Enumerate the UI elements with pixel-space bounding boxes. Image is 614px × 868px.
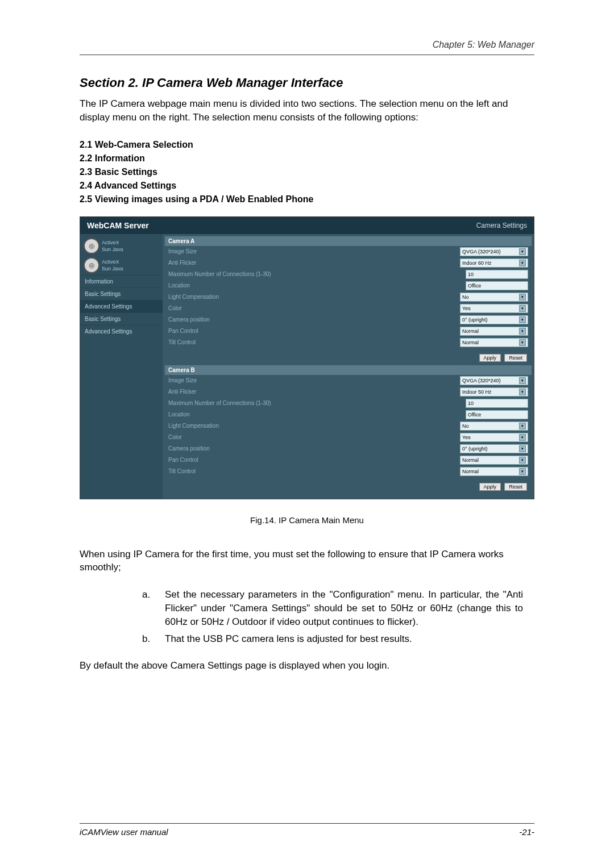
body-text: By default the above Camera Settings pag… — [80, 659, 534, 673]
webcam-screenshot: WebCAM Server Camera Settings ◎ ActiveX … — [80, 216, 534, 499]
camera-a-header: Camera A — [165, 236, 532, 246]
sidebar-link[interactable]: Advanced Settings — [80, 325, 163, 337]
form-label: Pan Control — [168, 457, 460, 463]
section-title: Section 2. IP Camera Web Manager Interfa… — [80, 76, 534, 90]
main-panel: Camera A Image SizeQVGA (320*240)▾Anti F… — [163, 234, 534, 499]
form-row: Anti FlickerIndoor 60 Hz▾ — [165, 257, 532, 269]
form-label: Camera position — [168, 316, 460, 323]
list-letter: b. — [142, 632, 165, 646]
chapter-header: Chapter 5: Web Manager — [80, 40, 534, 55]
chevron-down-icon[interactable]: ▾ — [519, 389, 526, 395]
subsection-item: 2.5 Viewing images using a PDA / Web Ena… — [80, 193, 534, 206]
form-row: Camera position0° (upright)▾ — [165, 314, 532, 326]
select-field[interactable]: QVGA (320*240)▾ — [460, 376, 528, 385]
select-field[interactable]: Indoor 60 Hz▾ — [460, 258, 528, 268]
chevron-down-icon[interactable]: ▾ — [519, 468, 526, 475]
form-label: Light Compensation — [168, 294, 460, 300]
select-field[interactable]: Normal▾ — [460, 338, 528, 347]
select-field[interactable]: No▾ — [460, 422, 528, 431]
footer-left: iCAMView user manual — [80, 827, 168, 837]
chevron-down-icon[interactable]: ▾ — [519, 260, 526, 266]
chevron-down-icon[interactable]: ▾ — [519, 328, 526, 335]
chevron-down-icon[interactable]: ▾ — [519, 457, 526, 464]
text-field[interactable]: Office — [466, 281, 528, 290]
form-row: Camera position0° (upright)▾ — [165, 443, 532, 454]
chevron-down-icon[interactable]: ▾ — [519, 377, 526, 384]
activex-link[interactable]: ActiveX — [102, 240, 123, 245]
text-field[interactable]: 10 — [466, 399, 528, 408]
form-label: Anti Flicker — [168, 389, 460, 395]
chevron-down-icon[interactable]: ▾ — [519, 305, 526, 312]
form-row: Maximum Number of Connections (1-30)10 — [165, 269, 532, 280]
form-label: Image Size — [168, 248, 460, 254]
java-link[interactable]: Sun Java — [102, 266, 123, 272]
sidebar: ◎ ActiveX Sun Java ◎ ActiveX Sun Java In… — [80, 234, 163, 499]
chevron-down-icon[interactable]: ▾ — [519, 248, 526, 255]
subsection-list: 2.1 Web-Camera Selection 2.2 Information… — [80, 138, 534, 206]
list-item: a. Set the necessary parameters in the "… — [142, 588, 523, 628]
text-field[interactable]: 10 — [466, 270, 528, 279]
form-label: Light Compensation — [168, 423, 460, 429]
select-field[interactable]: No▾ — [460, 293, 528, 302]
form-row: Light CompensationNo▾ — [165, 420, 532, 432]
page-footer: iCAMView user manual -21- — [80, 823, 534, 837]
reset-button[interactable]: Reset — [504, 483, 527, 491]
form-label: Pan Control — [168, 328, 460, 334]
camera-b-header: Camera B — [165, 365, 532, 375]
apply-button[interactable]: Apply — [479, 483, 501, 491]
select-field[interactable]: 0° (upright)▾ — [460, 315, 528, 324]
select-field[interactable]: Yes▾ — [460, 304, 528, 313]
camera-b-thumb[interactable]: ◎ ActiveX Sun Java — [80, 256, 163, 275]
sidebar-link[interactable]: Advanced Settings — [80, 300, 163, 312]
form-row: ColorYes▾ — [165, 432, 532, 443]
subsection-item: 2.3 Basic Settings — [80, 165, 534, 179]
camera-a-thumb[interactable]: ◎ ActiveX Sun Java — [80, 236, 163, 256]
form-label: Tilt Control — [168, 468, 460, 474]
chevron-down-icon[interactable]: ▾ — [519, 434, 526, 441]
activex-link[interactable]: ActiveX — [102, 259, 123, 265]
list-text: That the USB PC camera lens is adjusted … — [165, 632, 523, 646]
list-item: b. That the USB PC camera lens is adjust… — [142, 632, 523, 646]
select-field[interactable]: Normal▾ — [460, 327, 528, 336]
chevron-down-icon[interactable]: ▾ — [519, 316, 526, 323]
app-subtitle: Camera Settings — [476, 222, 527, 229]
form-row: Light CompensationNo▾ — [165, 291, 532, 303]
apply-button[interactable]: Apply — [479, 354, 501, 362]
chevron-down-icon[interactable]: ▾ — [519, 445, 526, 452]
text-field[interactable]: Office — [466, 410, 528, 419]
select-field[interactable]: Yes▾ — [460, 433, 528, 442]
footer-right: -21- — [519, 827, 534, 837]
chevron-down-icon[interactable]: ▾ — [519, 339, 526, 346]
camera-icon: ◎ — [84, 257, 99, 273]
form-label: Maximum Number of Connections (1-30) — [168, 400, 466, 406]
form-label: Color — [168, 305, 460, 311]
body-text: When using IP Camera for the first time,… — [80, 548, 534, 575]
form-row: ColorYes▾ — [165, 303, 532, 314]
form-row: Tilt ControlNormal▾ — [165, 466, 532, 477]
form-row: Maximum Number of Connections (1-30)10 — [165, 398, 532, 409]
form-row: Pan ControlNormal▾ — [165, 326, 532, 337]
select-field[interactable]: Indoor 50 Hz▾ — [460, 387, 528, 397]
java-link[interactable]: Sun Java — [102, 247, 123, 252]
form-label: Camera position — [168, 445, 460, 452]
reset-button[interactable]: Reset — [504, 354, 527, 362]
subsection-item: 2.2 Information — [80, 152, 534, 165]
form-label: Color — [168, 434, 460, 440]
select-field[interactable]: Normal▾ — [460, 467, 528, 476]
form-label: Tilt Control — [168, 339, 460, 345]
sidebar-link[interactable]: Basic Settings — [80, 312, 163, 325]
form-row: Image SizeQVGA (320*240)▾ — [165, 375, 532, 386]
select-field[interactable]: 0° (upright)▾ — [460, 444, 528, 453]
list-letter: a. — [142, 588, 165, 628]
lettered-list: a. Set the necessary parameters in the "… — [142, 588, 523, 645]
form-label: Image Size — [168, 377, 460, 383]
sidebar-link[interactable]: Information — [80, 275, 163, 287]
subsection-item: 2.1 Web-Camera Selection — [80, 138, 534, 152]
chevron-down-icon[interactable]: ▾ — [519, 423, 526, 429]
sidebar-link[interactable]: Basic Settings — [80, 287, 163, 300]
chevron-down-icon[interactable]: ▾ — [519, 294, 526, 301]
subsection-item: 2.4 Advanced Settings — [80, 179, 534, 193]
list-text: Set the necessary parameters in the "Con… — [165, 588, 523, 628]
select-field[interactable]: QVGA (320*240)▾ — [460, 247, 528, 256]
select-field[interactable]: Normal▾ — [460, 456, 528, 465]
